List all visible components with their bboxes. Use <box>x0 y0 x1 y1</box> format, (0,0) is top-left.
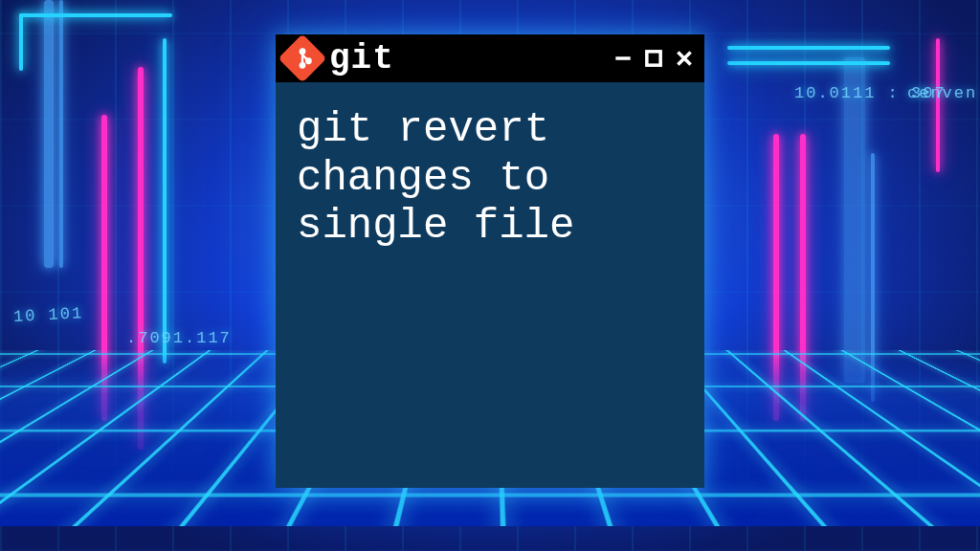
terminal-window: git git revert changes to single file <box>276 34 704 488</box>
close-button[interactable] <box>674 48 695 69</box>
bg-code-top-right-2: cenven <box>907 84 977 102</box>
svg-rect-6 <box>647 52 660 65</box>
git-logo-icon <box>285 41 320 76</box>
title-bar[interactable]: git <box>276 34 704 82</box>
svg-point-3 <box>301 63 304 67</box>
terminal-body[interactable]: git revert changes to single file <box>276 82 704 274</box>
svg-point-4 <box>306 59 310 63</box>
bg-code-left-1: .7091.117 <box>126 329 232 347</box>
bg-code-left-2: 10 101 <box>13 304 84 326</box>
svg-point-2 <box>301 49 304 53</box>
maximize-button[interactable] <box>643 48 664 69</box>
window-title: git <box>329 39 394 78</box>
minimize-button[interactable] <box>612 48 634 69</box>
terminal-command-text: git revert changes to single file <box>297 105 574 250</box>
window-controls <box>612 48 695 69</box>
